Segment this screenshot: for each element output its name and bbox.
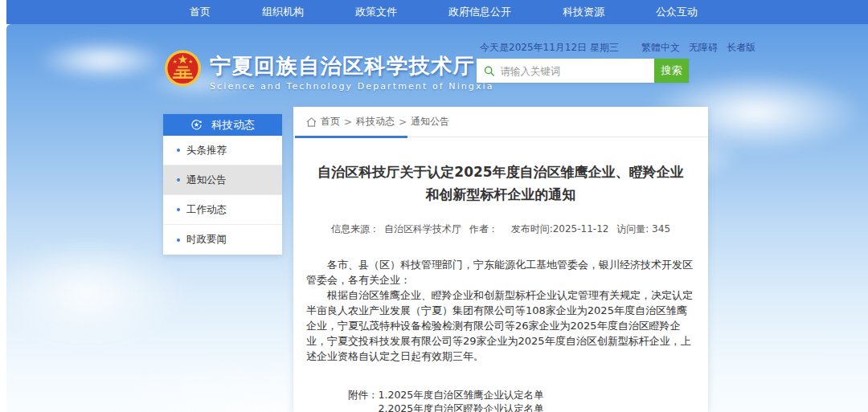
link-traditional-chinese[interactable]: 繁體中文 [641,41,680,55]
breadcrumb-separator: > [399,116,407,128]
nav-item-resources[interactable]: 科技资源 [563,5,604,19]
link-accessibility[interactable]: 无障碍 [689,41,718,55]
header-links: 繁體中文 无障碍 长者版 [641,41,755,55]
sidebar-item-notices[interactable]: 通知公告 [163,165,282,195]
attachments-list: 1.2025年度自治区雏鹰企业认定名单 2.2025年度自治区瞪羚企业认定名单 … [379,388,575,412]
bullet-icon [177,239,180,242]
attachments: 附件： 1.2025年度自治区雏鹰企业认定名单 2.2025年度自治区瞪羚企业认… [348,388,695,412]
sidebar: 科技动态 头条推荐 通知公告 工作动态 时政要闻 [163,114,282,255]
header-meta: 今天是2025年11月12日 星期三 繁體中文 无障碍 长者版 [480,41,702,55]
sidebar-header: 科技动态 [163,114,282,136]
search-icon [484,65,494,77]
meta-source-label: 信息来源： [331,223,379,235]
national-emblem-icon [164,48,202,88]
today-date: 今天是2025年11月12日 星期三 [480,41,619,55]
article-paragraph: 各市、县（区）科技管理部门，宁东能源化工基地管委会，银川经济技术开发区管委会，各… [306,257,695,288]
article-paragraph: 根据自治区雏鹰企业、瞪羚企业和创新型标杆企业认定管理有关规定，决定认定半亩良人农… [306,288,695,364]
site-logo[interactable]: 宁夏回族自治区科学技术厅 Science and Technology Depa… [164,48,494,92]
sidebar-item-label: 通知公告 [186,173,227,187]
meta-source: 自治区科学技术厅 [384,223,461,235]
nav-item-home[interactable]: 首页 [190,5,211,19]
sidebar-title: 科技动态 [211,118,255,133]
article-title-line1: 自治区科技厅关于认定2025年度自治区雏鹰企业、瞪羚企业 [306,161,695,183]
link-elder-version[interactable]: 长者版 [727,41,755,55]
search-button[interactable]: 搜索 [654,59,689,83]
article-meta: 信息来源：自治区科学技术厅 作者： 发布时间:2025-11-12 访问量: 3… [306,222,695,236]
top-nav: 首页 组织机构 政策文件 政府信息公开 科技资源 公众互动 [6,0,868,24]
sidebar-item-work-trends[interactable]: 工作动态 [163,195,282,225]
nav-item-policy[interactable]: 政策文件 [355,5,397,19]
nav-item-interaction[interactable]: 公众互动 [656,5,698,19]
article-body: 各市、县（区）科技管理部门，宁东能源化工基地管委会，银川经济技术开发区管委会，各… [306,257,695,364]
site-title: 宁夏回族自治区科学技术厅 [210,53,494,79]
article-title: 自治区科技厅关于认定2025年度自治区雏鹰企业、瞪羚企业 和创新型标杆企业的通知 [306,161,695,206]
sidebar-item-label: 工作动态 [186,203,227,217]
sidebar-item-label: 时政要闻 [186,233,227,247]
search-bar: 搜索 [477,59,689,83]
search-input[interactable] [500,65,647,77]
attachments-label: 附件： [348,388,379,412]
main-panel: 首页 > 科技动态 > 通知公告 自治区科技厅关于认定2025年度自治区雏鹰企业… [293,107,708,412]
sidebar-item-current-politics[interactable]: 时政要闻 [163,225,282,255]
bullet-icon [177,178,180,182]
page: 首页 组织机构 政策文件 政府信息公开 科技资源 公众互动 宁夏 [0,0,868,412]
search-input-wrap [477,59,654,83]
nav-item-gov-info[interactable]: 政府信息公开 [448,5,511,19]
breadcrumb-tech-news[interactable]: 科技动态 [356,115,395,128]
site-subtitle: Science and Technology Department of Nin… [210,81,494,92]
meta-author-label: 作者： [469,223,498,235]
attachment-link-2[interactable]: 2.2025年度自治区瞪羚企业认定名单 [379,402,575,412]
breadcrumb-notices[interactable]: 通知公告 [411,115,449,128]
meta-publish-time: 发布时间:2025-11-12 [511,223,609,235]
attachment-link-1[interactable]: 1.2025年度自治区雏鹰企业认定名单 [379,388,575,402]
circle-star-icon [190,119,203,131]
home-icon [306,117,317,127]
sidebar-item-headlines[interactable]: 头条推荐 [163,136,282,165]
breadcrumb: 首页 > 科技动态 > 通知公告 [293,107,708,137]
breadcrumb-separator: > [344,116,352,128]
nav-item-organization[interactable]: 组织机构 [262,5,304,19]
bullet-icon [177,208,180,211]
meta-visits: 访问量: 345 [616,223,670,235]
bullet-icon [177,149,180,152]
breadcrumb-home[interactable]: 首页 [321,115,340,128]
article-title-line2: 和创新型标杆企业的通知 [306,183,695,206]
sidebar-item-label: 头条推荐 [186,144,227,157]
